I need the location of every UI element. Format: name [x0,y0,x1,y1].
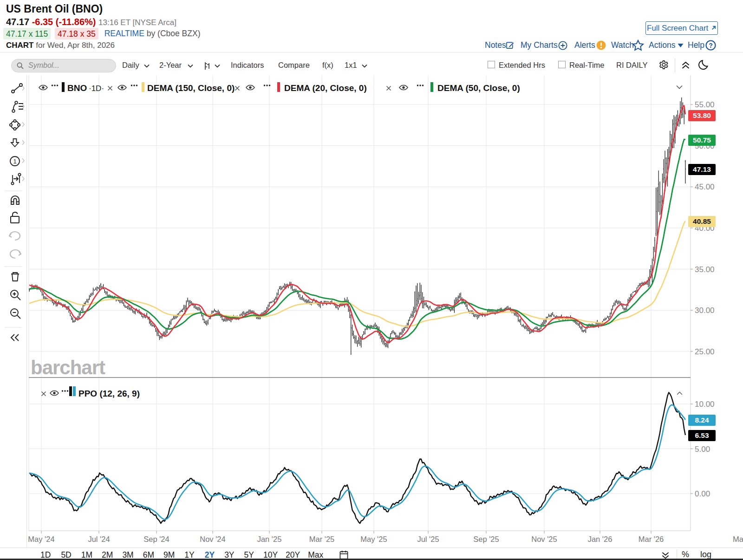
svg-text:barchart: barchart [31,357,105,378]
